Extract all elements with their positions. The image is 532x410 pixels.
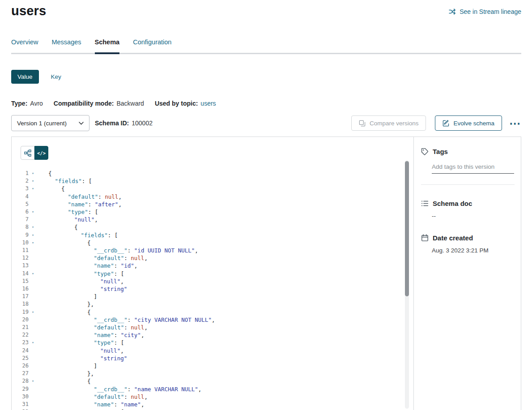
schema-doc-value: --: [432, 213, 515, 219]
code-line: 10▾{: [12, 239, 413, 247]
code-line-text: "type": [: [37, 270, 413, 278]
line-number: 6: [12, 208, 29, 216]
tags-section: Tags: [421, 148, 515, 185]
code-line-text: "null",: [37, 347, 413, 354]
compatibility-value: Backward: [116, 100, 144, 107]
fold-toggle-icon[interactable]: ▾: [29, 408, 37, 410]
fold-toggle-icon[interactable]: ▾: [29, 177, 37, 185]
stream-lineage-link[interactable]: See in Stream lineage: [449, 8, 521, 15]
fold-toggle-icon[interactable]: ▾: [29, 308, 37, 316]
compatibility-label: Compatibility mode:: [54, 100, 114, 107]
code-editor: 1▾{2▾"fields": [3▾{4"default": null,5"na…: [12, 170, 413, 410]
line-number: 9: [12, 231, 29, 239]
tree-view-button[interactable]: [21, 146, 34, 160]
chevron-down-icon: [79, 122, 84, 125]
topic-link[interactable]: users: [200, 100, 216, 107]
list-icon: [421, 200, 429, 207]
calendar-icon: [421, 234, 429, 242]
code-line-text: "fields": [: [37, 231, 413, 239]
type-value: Avro: [30, 100, 43, 107]
fold-toggle-icon[interactable]: ▾: [29, 377, 37, 385]
code-view-button[interactable]: </>: [34, 146, 48, 160]
fold-toggle-icon[interactable]: ▾: [29, 231, 37, 239]
version-select-value: Version 1 (current): [17, 120, 67, 127]
code-line: 30"default": null,: [12, 393, 413, 401]
code-line: 3▾{: [12, 185, 413, 192]
tab-configuration[interactable]: Configuration: [133, 38, 171, 54]
code-line: 2▾"fields": [: [12, 177, 413, 185]
compare-versions-button[interactable]: Compare versions: [351, 115, 426, 131]
line-number: 26: [12, 362, 29, 370]
date-created-section: Date created Aug. 3 2022 3:21 PM: [421, 234, 515, 254]
fold-spacer: [29, 316, 37, 324]
code-line-text: "fields": [: [37, 177, 413, 185]
line-number: 16: [12, 285, 29, 293]
line-number: 25: [12, 354, 29, 362]
more-options-button[interactable]: ⋯: [508, 120, 521, 126]
line-number: 31: [12, 401, 29, 408]
tags-heading: Tags: [421, 148, 515, 155]
code-line-text: "name": "after",: [37, 201, 413, 208]
code-line: 12"default": null,: [12, 254, 413, 262]
code-line: 21"default": null,: [12, 324, 413, 331]
stream-lineage-icon: [449, 8, 456, 15]
code-line-text: "name": "name",: [37, 401, 413, 408]
fold-toggle-icon[interactable]: ▾: [29, 185, 37, 192]
code-line-text: {: [37, 223, 413, 231]
code-line-text: {: [37, 170, 413, 177]
code-line-text: "name": "id",: [37, 262, 413, 269]
code-line: 4"default": null,: [12, 193, 413, 201]
fold-toggle-icon[interactable]: ▾: [29, 239, 37, 247]
line-number: 28: [12, 377, 29, 385]
fold-toggle-icon[interactable]: ▾: [29, 170, 37, 177]
fold-spacer: [29, 293, 37, 300]
compare-versions-label: Compare versions: [370, 120, 419, 127]
evolve-schema-button[interactable]: Evolve schema: [435, 115, 502, 131]
code-line: 8▾{: [12, 223, 413, 231]
fold-toggle-icon[interactable]: ▾: [29, 208, 37, 216]
compare-versions-icon: [359, 120, 366, 127]
schema-code-panel: </> 1▾{2▾"fields": [3▾{4"default": null,…: [12, 137, 413, 410]
key-toggle-button[interactable]: Key: [51, 73, 61, 80]
fold-toggle-icon[interactable]: ▾: [29, 339, 37, 346]
tab-messages[interactable]: Messages: [51, 38, 81, 54]
tags-title: Tags: [433, 148, 448, 155]
line-number: 11: [12, 247, 29, 254]
line-number: 21: [12, 324, 29, 331]
view-mode-toggle: </>: [12, 137, 413, 160]
code-line: 1▾{: [12, 170, 413, 177]
code-scrollbar-thumb[interactable]: [405, 161, 409, 296]
fold-spacer: [29, 354, 37, 362]
code-line: 5"name": "after",: [12, 201, 413, 208]
add-tags-input[interactable]: [432, 162, 514, 174]
fold-toggle-icon[interactable]: ▾: [29, 270, 37, 278]
schema-id-label: Schema ID:: [95, 120, 129, 127]
fold-toggle-icon[interactable]: ▾: [29, 223, 37, 231]
code-line-text: "type": [: [37, 339, 413, 346]
line-number: 19: [12, 308, 29, 316]
code-line: 14▾"type": [: [12, 270, 413, 278]
code-line-text: "default": null,: [37, 193, 413, 201]
code-scrollbar-track[interactable]: [405, 160, 409, 409]
code-line: 6▾"type": [: [12, 208, 413, 216]
value-key-toggle: Value Key: [11, 70, 521, 84]
line-number: 22: [12, 331, 29, 339]
type-label: Type:: [11, 100, 27, 107]
fold-spacer: [29, 362, 37, 370]
tab-overview[interactable]: Overview: [11, 38, 38, 54]
line-number: 23: [12, 339, 29, 346]
meta-topic: Used by topic: users: [155, 100, 216, 107]
code-line-text: "default": null,: [37, 324, 413, 331]
fold-spacer: [29, 216, 37, 223]
date-created-value: Aug. 3 2022 3:21 PM: [432, 247, 515, 254]
code-line: 11"__crdb__": "id UUID NOT NULL",: [12, 247, 413, 254]
code-line-text: "null",: [37, 278, 413, 285]
fold-spacer: [29, 262, 37, 269]
tab-schema[interactable]: Schema: [95, 38, 120, 54]
value-toggle-button[interactable]: Value: [11, 70, 39, 84]
line-number: 13: [12, 262, 29, 269]
code-line-text: "__crdb__": "id UUID NOT NULL",: [37, 247, 413, 254]
version-select[interactable]: Version 1 (current): [11, 115, 89, 131]
fold-spacer: [29, 331, 37, 339]
code-line: 20"__crdb__": "city VARCHAR NOT NULL",: [12, 316, 413, 324]
